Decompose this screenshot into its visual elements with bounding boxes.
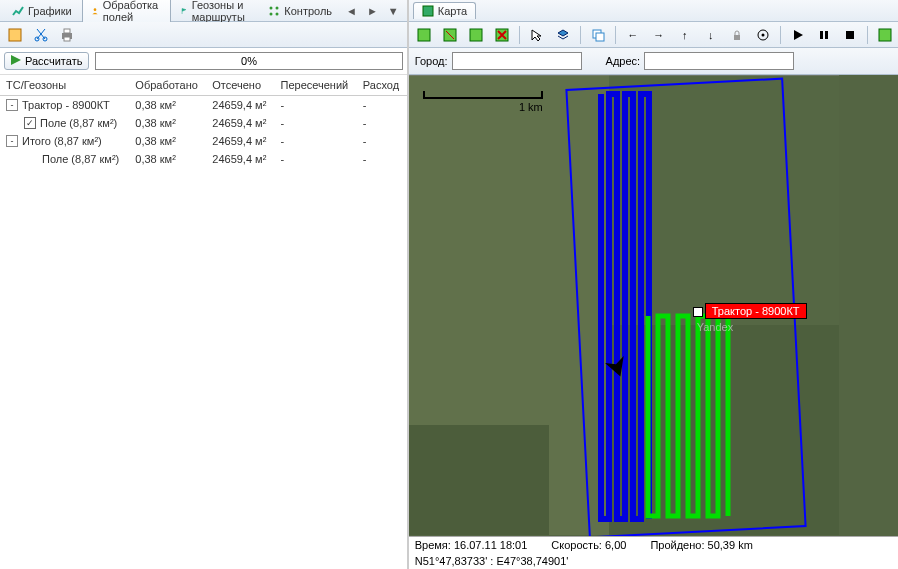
progress-text: 0% (96, 53, 401, 69)
svg-rect-20 (734, 35, 740, 40)
col-processed[interactable]: Обработано (129, 75, 206, 96)
row-name: Итого (8,87 км²) (22, 135, 102, 147)
row-rate: - (357, 114, 407, 132)
col-cut[interactable]: Отсечено (206, 75, 274, 96)
col-name[interactable]: ТС/Геозоны (0, 75, 129, 96)
svg-point-1 (270, 6, 273, 9)
map-tool-select-icon[interactable] (526, 24, 548, 46)
results-table: ТС/Геозоны Обработано Отсечено Пересечен… (0, 75, 407, 168)
svg-point-22 (761, 33, 764, 36)
map-tool-copy-icon[interactable] (587, 24, 609, 46)
svg-rect-26 (846, 31, 854, 39)
tool-1[interactable] (4, 24, 26, 46)
nav-up-icon[interactable]: ↑ (674, 24, 696, 46)
nav-left-icon[interactable]: ← (622, 24, 644, 46)
map-icon (422, 5, 434, 17)
map-toolbar: ← → ↑ ↓ (409, 22, 898, 48)
target-icon[interactable] (752, 24, 774, 46)
row-cut: 24659,4 м² (206, 96, 274, 115)
svg-rect-25 (825, 31, 828, 39)
tab-prev-icon[interactable]: ◄ (342, 5, 361, 17)
svg-point-2 (276, 6, 279, 9)
separator (867, 26, 868, 44)
tab-label: Геозоны и маршруты (192, 0, 251, 23)
row-name: Поле (8,87 км²) (42, 153, 119, 165)
row-inter: - (275, 132, 357, 150)
svg-marker-23 (794, 30, 803, 40)
vehicle-label[interactable]: Трактор - 8900КТ (705, 303, 807, 319)
svg-point-3 (270, 12, 273, 15)
tab-dropdown-icon[interactable]: ▼ (384, 5, 403, 17)
progress-bar: 0% (95, 52, 402, 70)
row-inter: - (275, 96, 357, 115)
status-distance: Пройдено: 50,39 km (650, 539, 752, 551)
track-green (643, 311, 743, 527)
address-label: Адрес: (606, 55, 641, 67)
separator (615, 26, 616, 44)
direction-arrow-icon (605, 355, 629, 379)
tab-map[interactable]: Карта (413, 2, 476, 19)
table-row[interactable]: -Итого (8,87 км²) 0,38 км² 24659,4 м² - … (0, 132, 407, 150)
row-checkbox[interactable]: ✓ (24, 117, 36, 129)
lock-icon[interactable] (726, 24, 748, 46)
status-time: Время: 16.07.11 18:01 (415, 539, 528, 551)
svg-rect-10 (64, 37, 70, 41)
svg-rect-13 (418, 29, 430, 41)
svg-rect-9 (64, 29, 70, 33)
map-search: Город: Адрес: (409, 48, 898, 75)
map-tool-3[interactable] (465, 24, 487, 46)
map-tool-layers-icon[interactable] (552, 24, 574, 46)
address-input[interactable] (644, 52, 794, 70)
map-tool-delete-icon[interactable] (491, 24, 513, 46)
svg-point-4 (276, 12, 279, 15)
tab-label: Обработка полей (103, 0, 162, 23)
tab-graphs[interactable]: Графики (4, 3, 80, 19)
nav-down-icon[interactable]: ↓ (700, 24, 722, 46)
tree-collapse-icon[interactable]: - (6, 99, 18, 111)
right-tab-bar: Карта (409, 0, 898, 22)
tab-geozones[interactable]: Геозоны и маршруты (173, 0, 258, 25)
calculate-button[interactable]: Рассчитать (4, 52, 89, 70)
row-name: Трактор - 8900КТ (22, 99, 110, 111)
row-processed: 0,38 км² (129, 150, 206, 168)
play-icon[interactable] (787, 24, 809, 46)
svg-rect-12 (423, 6, 433, 16)
separator (580, 26, 581, 44)
left-toolbar (0, 22, 407, 48)
play-icon (11, 55, 21, 67)
svg-rect-19 (596, 33, 604, 41)
tool-cut-icon[interactable] (30, 24, 52, 46)
tree-collapse-icon[interactable]: - (6, 135, 18, 147)
row-processed: 0,38 км² (129, 132, 206, 150)
tab-next-icon[interactable]: ► (363, 5, 382, 17)
tab-control[interactable]: Контроль (260, 3, 340, 19)
city-input[interactable] (452, 52, 582, 70)
coord-bar: N51°47,83733' : E47°38,74901' (409, 553, 898, 569)
left-tab-bar: Графики Обработка полей Геозоны и маршру… (0, 0, 407, 22)
col-inter[interactable]: Пересечений (275, 75, 357, 96)
table-row[interactable]: -Трактор - 8900КТ 0,38 км² 24659,4 м² - … (0, 96, 407, 115)
map-tool-2[interactable] (439, 24, 461, 46)
vehicle-marker[interactable] (693, 307, 703, 317)
svg-rect-5 (9, 29, 21, 41)
separator (780, 26, 781, 44)
map-tool-last[interactable] (874, 24, 896, 46)
tab-label: Контроль (284, 5, 332, 17)
map-status-bar: Время: 16.07.11 18:01 Скорость: 6,00 Про… (409, 536, 898, 553)
tool-print-icon[interactable] (56, 24, 78, 46)
map-view[interactable]: 1 km Трактор - 8900КТ Yandex (409, 75, 898, 536)
svg-rect-27 (879, 29, 891, 41)
row-inter: - (275, 150, 357, 168)
table-row[interactable]: Поле (8,87 км²) 0,38 км² 24659,4 м² - - (0, 150, 407, 168)
nav-right-icon[interactable]: → (648, 24, 670, 46)
map-tool-1[interactable] (413, 24, 435, 46)
status-speed: Скорость: 6,00 (551, 539, 626, 551)
table-row[interactable]: ✓Поле (8,87 км²) 0,38 км² 24659,4 м² - - (0, 114, 407, 132)
col-rate[interactable]: Расход (357, 75, 407, 96)
stop-icon[interactable] (839, 24, 861, 46)
row-cut: 24659,4 м² (206, 132, 274, 150)
city-label: Город: (415, 55, 448, 67)
pause-icon[interactable] (813, 24, 835, 46)
tab-label: Карта (438, 5, 467, 17)
row-inter: - (275, 114, 357, 132)
